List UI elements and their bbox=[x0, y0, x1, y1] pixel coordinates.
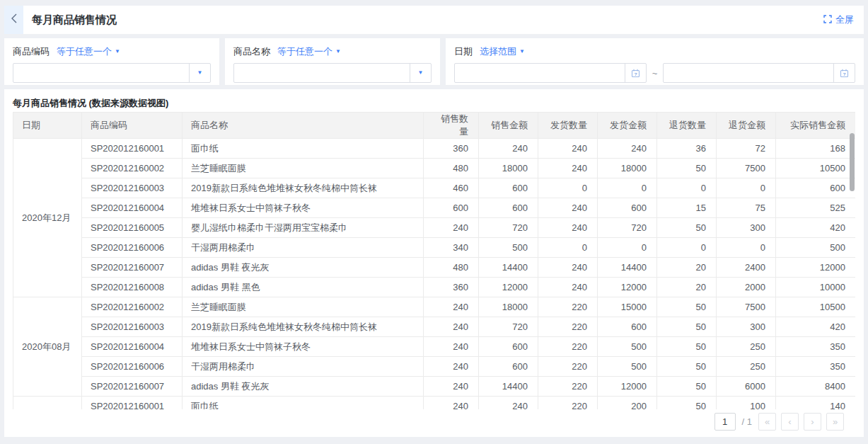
fullscreen-icon bbox=[823, 15, 832, 25]
filter-product-name: 商品名称 等于任意一个 ▼ ▼ bbox=[225, 38, 440, 85]
value-cell: 420 bbox=[776, 317, 856, 337]
date-start-input[interactable] bbox=[454, 63, 647, 83]
value-cell: 240 bbox=[538, 159, 598, 178]
value-cell: 50 bbox=[657, 357, 717, 377]
product-name-cell: 堆堆袜日系女士中筒袜子秋冬 bbox=[183, 337, 424, 357]
value-cell: 300 bbox=[717, 317, 776, 337]
value-cell: 0 bbox=[538, 238, 598, 258]
next-page-button[interactable]: › bbox=[804, 413, 821, 431]
value-cell: 12000 bbox=[598, 278, 657, 297]
value-cell: 50 bbox=[657, 218, 717, 238]
value-cell: 720 bbox=[479, 218, 538, 238]
product-code-value bbox=[13, 64, 189, 82]
value-cell: 10500 bbox=[776, 297, 856, 317]
column-header: 实际销售金额 bbox=[776, 113, 856, 139]
value-cell: 240 bbox=[538, 198, 598, 218]
value-cell: 350 bbox=[776, 337, 856, 357]
value-cell: 0 bbox=[717, 178, 776, 198]
back-button[interactable] bbox=[4, 6, 23, 34]
product-name-cell: adidas 男鞋 黑色 bbox=[183, 278, 424, 297]
date-operator[interactable]: 选择范围 ▼ bbox=[480, 45, 525, 58]
value-cell: 10500 bbox=[776, 159, 856, 178]
value-cell: 220 bbox=[538, 337, 598, 357]
value-cell: 240 bbox=[538, 218, 598, 238]
value-cell: 240 bbox=[424, 377, 479, 397]
chevron-down-icon: ▼ bbox=[115, 49, 120, 55]
table-scrollbar-thumb[interactable] bbox=[850, 133, 855, 191]
filter-product-code: 商品编码 等于任意一个 ▼ ▼ bbox=[4, 38, 219, 85]
product-code-select[interactable]: ▼ bbox=[13, 63, 211, 83]
value-cell: 200 bbox=[598, 397, 657, 410]
value-cell: 420 bbox=[776, 218, 856, 238]
product-code-cell: SP202012160007 bbox=[82, 377, 183, 397]
first-page-button[interactable]: « bbox=[758, 413, 776, 431]
value-cell: 360 bbox=[424, 278, 479, 297]
table-row: SP202012160001面巾纸24024022020050100140 bbox=[13, 397, 856, 410]
last-page-button[interactable]: » bbox=[826, 413, 844, 431]
product-code-cell: SP202012160003 bbox=[82, 317, 183, 337]
value-cell: 600 bbox=[479, 178, 538, 198]
total-pages-label: / 1 bbox=[742, 416, 752, 427]
product-code-cell: SP202012160004 bbox=[82, 337, 183, 357]
product-name-cell: 2019新款日系纯色堆堆袜女秋冬纯棉中筒长袜 bbox=[183, 317, 424, 337]
value-cell: 50 bbox=[657, 317, 717, 337]
value-cell: 2000 bbox=[717, 278, 776, 297]
product-code-cell: SP202012160001 bbox=[82, 397, 183, 410]
product-name-cell: 面巾纸 bbox=[183, 397, 424, 410]
value-cell: 240 bbox=[598, 139, 657, 159]
value-cell: 500 bbox=[598, 357, 657, 377]
pager-buttons: «‹›» bbox=[758, 413, 844, 431]
value-cell: 250 bbox=[717, 357, 776, 377]
value-cell: 220 bbox=[538, 377, 598, 397]
value-cell: 0 bbox=[538, 178, 598, 198]
sales-table: 日期商品编码商品名称销售数量销售金额发货数量发货金额退货数量退货金额实际销售金额… bbox=[13, 112, 855, 409]
product-code-cell: SP202012160006 bbox=[82, 357, 183, 377]
product-name-select[interactable]: ▼ bbox=[233, 63, 432, 83]
product-name-cell: 干湿两用棉柔巾 bbox=[183, 238, 424, 258]
value-cell: 240 bbox=[424, 337, 479, 357]
page-number-input[interactable]: 1 bbox=[714, 413, 736, 431]
column-header: 销售金额 bbox=[479, 113, 538, 139]
value-cell: 20 bbox=[657, 258, 717, 278]
table-title: 每月商品销售情况 (数据来源数据视图) bbox=[13, 98, 855, 112]
value-cell: 720 bbox=[479, 317, 538, 337]
product-code-operator[interactable]: 等于任意一个 ▼ bbox=[57, 45, 120, 58]
value-cell: 15000 bbox=[598, 297, 657, 317]
prev-page-button[interactable]: ‹ bbox=[781, 413, 799, 431]
value-cell: 250 bbox=[717, 337, 776, 357]
product-name-cell: 干湿两用棉柔巾 bbox=[183, 357, 424, 377]
product-name-cell: 婴儿湿纸巾棉柔巾干湿两用宝宝棉柔巾 bbox=[183, 218, 424, 238]
table-row: SP202012160002兰芝睡眠面膜48018000240180005075… bbox=[13, 159, 856, 178]
value-cell: 240 bbox=[424, 317, 479, 337]
column-header: 日期 bbox=[13, 113, 82, 139]
product-code-cell: SP202012160007 bbox=[82, 258, 183, 278]
report-card: 每月商品销售情况 (数据来源数据视图) 日期商品编码商品名称销售数量销售金额发货… bbox=[4, 89, 864, 437]
value-cell: 0 bbox=[598, 238, 657, 258]
value-cell: 50 bbox=[657, 297, 717, 317]
value-cell: 600 bbox=[776, 178, 856, 198]
product-name-label: 商品名称 bbox=[233, 45, 270, 58]
value-cell: 2400 bbox=[717, 258, 776, 278]
value-cell: 0 bbox=[657, 178, 717, 198]
value-cell: 0 bbox=[717, 238, 776, 258]
date-end-input[interactable] bbox=[663, 63, 855, 83]
top-bar: 每月商品销售情况 全屏 bbox=[4, 6, 864, 34]
value-cell: 220 bbox=[538, 297, 598, 317]
product-name-operator[interactable]: 等于任意一个 ▼ bbox=[277, 45, 341, 58]
fullscreen-button[interactable]: 全屏 bbox=[823, 13, 854, 26]
value-cell: 15 bbox=[657, 198, 717, 218]
chevron-down-icon: ▼ bbox=[410, 64, 431, 82]
value-cell: 72 bbox=[717, 139, 776, 159]
table-row: 2020年12月SP202012160001面巾纸360240240240367… bbox=[13, 139, 856, 159]
value-cell: 360 bbox=[424, 139, 479, 159]
calendar-icon bbox=[833, 64, 855, 82]
value-cell: 14400 bbox=[598, 258, 657, 278]
product-code-cell: SP202012160004 bbox=[82, 198, 183, 218]
date-group-cell bbox=[13, 397, 82, 410]
value-cell: 300 bbox=[717, 218, 776, 238]
value-cell: 50 bbox=[657, 159, 717, 178]
product-name-cell: adidas 男鞋 夜光灰 bbox=[183, 258, 424, 278]
value-cell: 480 bbox=[424, 258, 479, 278]
value-cell: 18000 bbox=[598, 159, 657, 178]
value-cell: 50 bbox=[657, 397, 717, 410]
